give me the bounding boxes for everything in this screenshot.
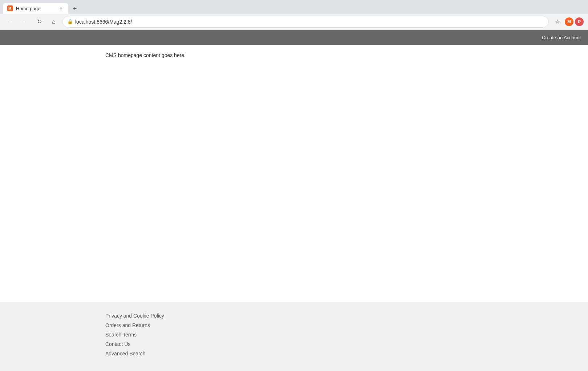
navigation-bar: ← → ↻ ⌂ 🔒 ☆ M P: [0, 14, 588, 30]
footer-link-orders[interactable]: Orders and Returns: [105, 322, 483, 328]
main-content: CMS homepage content goes here.: [0, 45, 588, 302]
create-account-link[interactable]: Create an Account: [542, 35, 581, 40]
footer-link-privacy[interactable]: Privacy and Cookie Policy: [105, 313, 483, 319]
bookmark-button[interactable]: ☆: [552, 16, 563, 28]
browser-tab[interactable]: M Home page ×: [3, 3, 68, 14]
footer-link-search-terms[interactable]: Search Terms: [105, 332, 483, 338]
tab-bar: M Home page × +: [0, 0, 588, 14]
footer-link-advanced-search[interactable]: Advanced Search: [105, 351, 483, 356]
footer: Privacy and Cookie Policy Orders and Ret…: [0, 302, 588, 371]
footer-navigation: Privacy and Cookie Policy Orders and Ret…: [105, 313, 483, 356]
browser-chrome: M Home page × + ← → ↻ ⌂ 🔒 ☆ M P: [0, 0, 588, 30]
magento-extension-icon[interactable]: M: [565, 17, 573, 26]
lock-icon: 🔒: [67, 19, 73, 24]
profile-icon[interactable]: P: [575, 17, 584, 26]
tab-favicon: M: [7, 5, 13, 11]
forward-button[interactable]: →: [19, 16, 31, 28]
page-wrapper: Create an Account CMS homepage content g…: [0, 30, 588, 371]
svg-text:M: M: [8, 7, 11, 11]
top-header: Create an Account: [0, 30, 588, 45]
footer-link-contact[interactable]: Contact Us: [105, 341, 483, 347]
new-tab-button[interactable]: +: [70, 4, 80, 14]
tab-label: Home page: [16, 6, 55, 11]
reload-button[interactable]: ↻: [33, 16, 45, 28]
tab-close-button[interactable]: ×: [58, 5, 64, 11]
address-bar[interactable]: [75, 19, 544, 25]
cms-content-text: CMS homepage content goes here.: [105, 52, 483, 58]
address-bar-container: 🔒: [62, 16, 549, 28]
back-button[interactable]: ←: [4, 16, 16, 28]
home-button[interactable]: ⌂: [48, 16, 60, 28]
nav-actions: ☆ M P: [552, 16, 584, 28]
